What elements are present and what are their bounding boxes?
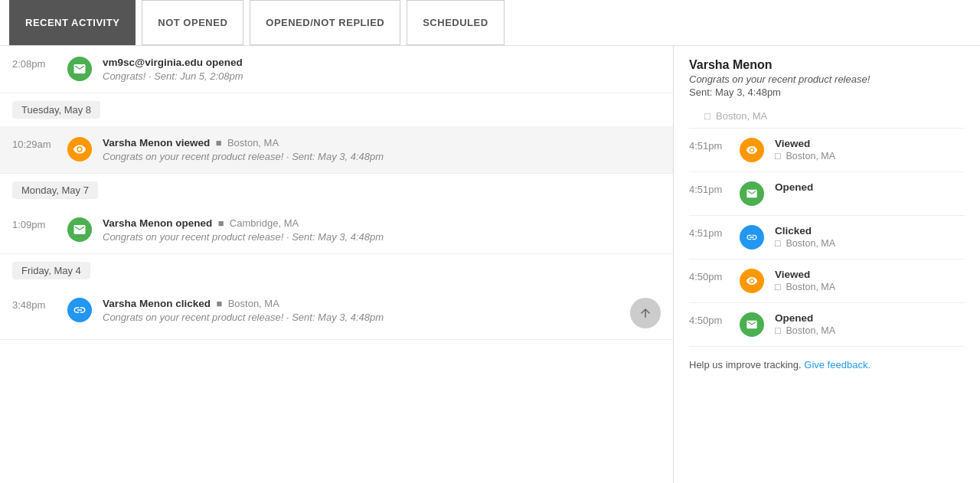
activity-title: Varsha Menon clicked ■ Boston, MA — [103, 298, 619, 309]
detail-time: 4:51pm — [689, 138, 729, 152]
date-divider: Friday, May 4 — [0, 254, 673, 287]
activity-item[interactable]: 3:48pm Varsha Menon clicked ■ Boston, MA… — [0, 287, 673, 340]
detail-item: 4:51pm Viewed □ Boston, MA — [689, 128, 965, 171]
tab-not-opened[interactable]: NOT OPENED — [142, 0, 243, 45]
detail-time: 4:51pm — [689, 225, 729, 239]
envelope-icon — [67, 217, 92, 242]
detail-action: Viewed — [775, 269, 965, 280]
activity-subtitle: Congrats! · Sent: Jun 5, 2:08pm — [103, 70, 661, 82]
view-icon — [67, 137, 92, 162]
detail-item: 4:51pm Opened — [689, 171, 965, 215]
detail-location: □ Boston, MA — [775, 325, 965, 336]
activity-item[interactable]: 2:08pm vm9sc@virginia.edu opened Congrat… — [0, 46, 673, 93]
date-label: Tuesday, May 8 — [12, 101, 100, 119]
partial-location: □ Boston, MA — [689, 110, 965, 128]
location: ■ Boston, MA — [216, 137, 279, 148]
tab-scheduled[interactable]: SCHEDULED — [407, 0, 504, 45]
activity-content: vm9sc@virginia.edu opened Congrats! · Se… — [103, 57, 661, 82]
detail-time: 4:50pm — [689, 312, 729, 326]
detail-location: □ Boston, MA — [775, 282, 965, 292]
location: ■ Boston, MA — [217, 298, 279, 309]
activity-subtitle: Congrats on your recent product release!… — [103, 312, 619, 323]
date-label: Friday, May 4 — [12, 262, 90, 279]
tab-bar: RECENT ACTIVITY NOT OPENED OPENED/NOT RE… — [0, 0, 980, 46]
link-icon — [67, 298, 92, 322]
date-label: Monday, May 7 — [12, 181, 98, 199]
feedback-bar: Help us improve tracking. Give feedback. — [689, 346, 965, 370]
activity-content: Varsha Menon clicked ■ Boston, MA Congra… — [103, 298, 619, 323]
activity-item[interactable]: 10:29am Varsha Menon viewed ■ Boston, MA… — [0, 126, 673, 174]
envelope-icon — [67, 57, 92, 81]
detail-content: Opened □ Boston, MA — [775, 312, 965, 336]
location: ■ Cambridge, MA — [218, 217, 299, 229]
detail-item: 4:50pm Opened □ Boston, MA — [689, 302, 965, 346]
detail-location: □ Boston, MA — [775, 238, 965, 249]
detail-action: Opened — [775, 312, 965, 324]
left-panel: 2:08pm vm9sc@virginia.edu opened Congrat… — [0, 46, 674, 483]
contact-subject: Congrats on your recent product release! — [689, 73, 965, 85]
detail-content: Viewed □ Boston, MA — [775, 138, 965, 162]
detail-content: Opened — [775, 181, 965, 193]
scroll-up-button[interactable] — [630, 298, 661, 328]
detail-time: 4:50pm — [689, 269, 729, 282]
feedback-text: Help us improve tracking. — [689, 359, 804, 370]
activity-time: 1:09pm — [12, 217, 57, 230]
detail-content: Viewed □ Boston, MA — [775, 269, 965, 292]
detail-content: Clicked □ Boston, MA — [775, 225, 965, 249]
detail-location: □ Boston, MA — [775, 151, 965, 162]
activity-content: Varsha Menon viewed ■ Boston, MA Congrat… — [103, 137, 661, 162]
detail-item: 4:51pm Clicked □ Boston, MA — [689, 215, 965, 259]
envelope-icon — [740, 181, 764, 206]
main-layout: 2:08pm vm9sc@virginia.edu opened Congrat… — [0, 46, 980, 483]
envelope-icon — [740, 312, 764, 337]
link-icon — [740, 225, 764, 250]
detail-time: 4:51pm — [689, 181, 729, 195]
detail-action: Opened — [775, 181, 965, 193]
activity-content: Varsha Menon opened ■ Cambridge, MA Cong… — [103, 217, 661, 243]
view-icon — [740, 269, 764, 293]
feedback-link[interactable]: Give feedback. — [804, 359, 871, 370]
activity-title: Varsha Menon opened ■ Cambridge, MA — [103, 217, 661, 229]
activity-item[interactable]: 1:09pm Varsha Menon opened ■ Cambridge, … — [0, 207, 673, 254]
date-divider: Tuesday, May 8 — [0, 93, 673, 126]
contact-name: Varsha Menon — [689, 58, 965, 72]
activity-subtitle: Congrats on your recent product release!… — [103, 231, 661, 243]
right-panel: Varsha Menon Congrats on your recent pro… — [674, 46, 980, 483]
activity-time: 10:29am — [12, 137, 57, 150]
date-divider: Monday, May 7 — [0, 174, 673, 207]
activity-title: Varsha Menon viewed ■ Boston, MA — [103, 137, 661, 148]
tab-opened-not-replied[interactable]: OPENED/NOT REPLIED — [250, 0, 400, 45]
detail-action: Clicked — [775, 225, 965, 237]
activity-time: 3:48pm — [12, 298, 57, 311]
activity-subtitle: Congrats on your recent product release!… — [103, 151, 661, 162]
activity-time: 2:08pm — [12, 57, 57, 70]
detail-item: 4:50pm Viewed □ Boston, MA — [689, 259, 965, 302]
tab-recent-activity[interactable]: RECENT ACTIVITY — [9, 0, 136, 45]
detail-action: Viewed — [775, 138, 965, 149]
view-icon — [740, 138, 764, 162]
contact-sent: Sent: May 3, 4:48pm — [689, 86, 965, 98]
activity-title: vm9sc@virginia.edu opened — [103, 57, 661, 68]
